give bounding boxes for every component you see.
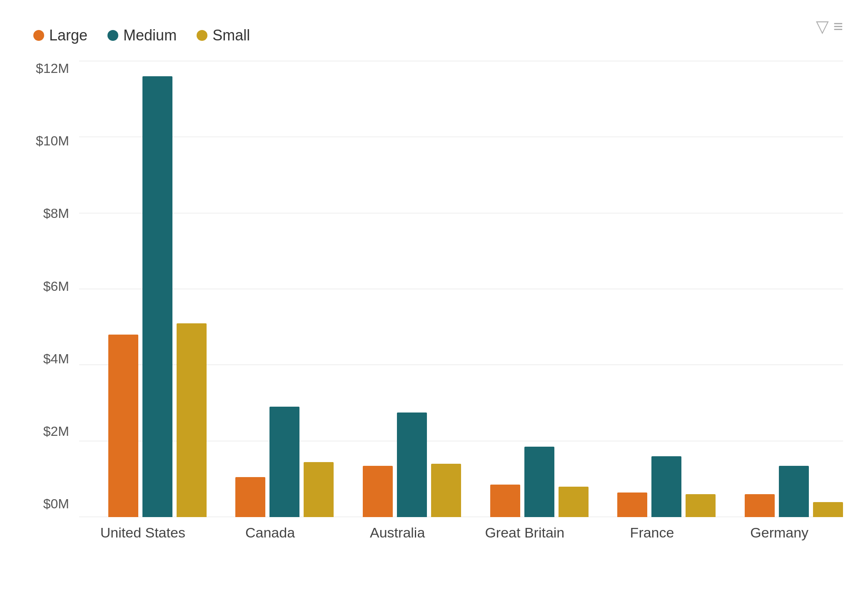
bar-large-united-states[interactable] <box>108 335 138 517</box>
filter-icon[interactable]: ▽ ≡ <box>816 17 843 36</box>
grid-and-bars <box>79 61 843 517</box>
x-label-canada: Canada <box>207 517 334 541</box>
country-group-united-states <box>79 61 207 517</box>
y-axis-label: $10M <box>36 133 69 149</box>
y-axis-label: $0M <box>43 496 69 512</box>
bar-large-canada[interactable] <box>235 477 265 517</box>
legend-item-medium: Medium <box>107 27 177 44</box>
country-group-australia <box>334 61 461 517</box>
groups-row <box>79 61 843 517</box>
bar-medium-australia[interactable] <box>397 412 427 517</box>
x-label-australia: Australia <box>334 517 461 541</box>
x-label-united-states: United States <box>79 517 207 541</box>
bar-medium-great-britain[interactable] <box>524 447 554 517</box>
legend-dot-large <box>33 30 44 41</box>
legend-dot-small <box>197 30 207 41</box>
bar-small-australia[interactable] <box>431 464 461 517</box>
chart-area: $0M$2M$4M$6M$8M$10M$12M United StatesCan… <box>33 61 843 541</box>
legend-item-large: Large <box>33 27 87 44</box>
y-axis-label: $2M <box>43 424 69 439</box>
country-group-great-britain <box>461 61 589 517</box>
legend: Large Medium Small <box>33 27 843 44</box>
bar-medium-germany[interactable] <box>779 466 809 517</box>
y-axis-label: $12M <box>36 61 69 76</box>
country-group-germany <box>716 61 843 517</box>
bar-large-australia[interactable] <box>363 466 393 517</box>
x-label-great-britain: Great Britain <box>461 517 589 541</box>
legend-label-small: Small <box>212 27 250 44</box>
y-axis-label: $8M <box>43 206 69 221</box>
bar-large-germany[interactable] <box>745 494 775 517</box>
bar-large-great-britain[interactable] <box>490 485 520 517</box>
bar-medium-united-states[interactable] <box>142 76 172 518</box>
bar-medium-france[interactable] <box>651 456 681 517</box>
bar-small-united-states[interactable] <box>177 323 207 517</box>
x-labels: United StatesCanadaAustraliaGreat Britai… <box>79 517 843 541</box>
legend-label-large: Large <box>49 27 87 44</box>
x-label-france: France <box>589 517 716 541</box>
bar-large-france[interactable] <box>617 492 647 517</box>
bar-medium-canada[interactable] <box>269 407 299 517</box>
bar-small-france[interactable] <box>686 494 716 517</box>
y-axis-label: $4M <box>43 351 69 367</box>
bars-wrapper: United StatesCanadaAustraliaGreat Britai… <box>79 61 843 541</box>
bar-small-great-britain[interactable] <box>559 487 589 517</box>
bar-small-canada[interactable] <box>304 462 334 517</box>
legend-item-small: Small <box>197 27 250 44</box>
bar-small-germany[interactable] <box>813 502 843 518</box>
legend-label-medium: Medium <box>123 27 177 44</box>
legend-dot-medium <box>107 30 118 41</box>
y-axis: $0M$2M$4M$6M$8M$10M$12M <box>33 61 79 541</box>
country-group-canada <box>207 61 334 517</box>
country-group-france <box>589 61 716 517</box>
chart-container: Large Medium Small ▽ ≡ $0M$2M$4M$6M$8M$1… <box>0 0 868 605</box>
y-axis-label: $6M <box>43 279 69 294</box>
x-label-germany: Germany <box>716 517 843 541</box>
